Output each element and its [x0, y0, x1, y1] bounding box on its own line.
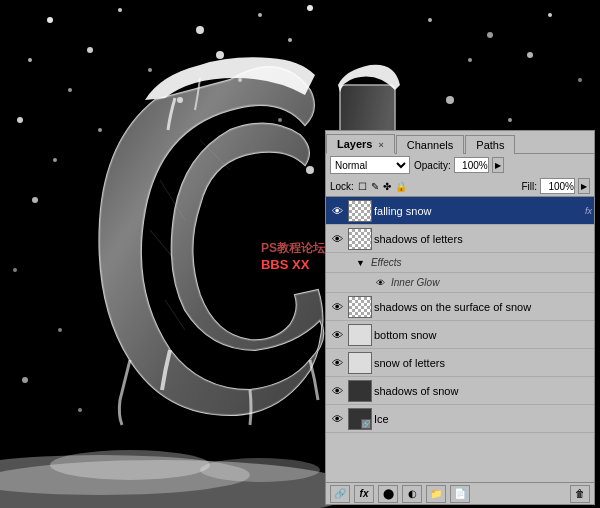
effects-group-item: ▼ Effects: [326, 253, 594, 273]
layer-name-ice: Ice: [374, 413, 592, 425]
eye-icon-snow-letters[interactable]: 👁: [328, 354, 346, 372]
fx-badge-falling-snow: fx: [585, 206, 592, 216]
svg-point-29: [53, 158, 57, 162]
svg-point-31: [22, 377, 28, 383]
layer-thumb-falling-snow: [348, 200, 372, 222]
layer-item-shadows-letters[interactable]: 👁 shadows of letters: [326, 225, 594, 253]
svg-point-27: [278, 118, 282, 122]
svg-point-30: [58, 328, 62, 332]
new-fill-btn[interactable]: ◐: [402, 485, 422, 503]
svg-point-35: [428, 18, 432, 22]
new-group-btn[interactable]: 📁: [426, 485, 446, 503]
new-layer-btn[interactable]: 📄: [450, 485, 470, 503]
eye-icon-falling-snow[interactable]: 👁: [328, 202, 346, 220]
tab-channels[interactable]: Channels: [396, 135, 464, 154]
layer-item-snow-letters[interactable]: 👁 snow of letters: [326, 349, 594, 377]
layer-thumb-snow-letters: [348, 352, 372, 374]
svg-point-41: [446, 96, 454, 104]
layer-thumb-shadows-letters: [348, 228, 372, 250]
watermark-text: PS教程论坛 BBS XX: [261, 240, 325, 272]
layer-name-bottom-snow: bottom snow: [374, 329, 592, 341]
layer-thumb-ice: 🔗: [348, 408, 372, 430]
svg-point-26: [32, 197, 38, 203]
svg-point-17: [87, 47, 93, 53]
lock-row: Lock: ☐ ✎ ✤ 🔒 Fill: ▶: [326, 176, 594, 197]
svg-point-9: [50, 450, 210, 480]
svg-point-32: [78, 408, 82, 412]
tab-close-icon[interactable]: ×: [379, 140, 384, 150]
layer-thumb-shadows-snow: [348, 380, 372, 402]
eye-icon-shadows-letters[interactable]: 👁: [328, 230, 346, 248]
svg-point-12: [118, 8, 122, 12]
layers-panel: Layers × Channels Paths Normal Dissolve …: [325, 130, 595, 505]
svg-point-15: [307, 5, 313, 11]
lock-position-icon[interactable]: ✤: [383, 181, 391, 192]
layer-name-shadows-snow: shadows of snow: [374, 385, 592, 397]
eye-icon-shadows-surface[interactable]: 👁: [328, 298, 346, 316]
opacity-input[interactable]: [454, 157, 489, 173]
svg-point-13: [196, 26, 204, 34]
fill-row: Fill: ▶: [521, 178, 590, 194]
lock-pixels-icon[interactable]: ✎: [371, 181, 379, 192]
svg-point-22: [177, 97, 183, 103]
panel-toolbar: 🔗 fx ⬤ ◐ 📁 📄 🗑: [326, 482, 594, 504]
opacity-row: Opacity: ▶: [414, 157, 504, 173]
svg-point-38: [468, 58, 472, 62]
svg-point-34: [13, 268, 17, 272]
add-style-btn[interactable]: fx: [354, 485, 374, 503]
layer-name-shadows-surface: shadows on the surface of snow: [374, 301, 592, 313]
svg-point-23: [238, 78, 242, 82]
svg-point-37: [548, 13, 552, 17]
svg-point-16: [28, 58, 32, 62]
svg-point-25: [98, 128, 102, 132]
layer-item-falling-snow[interactable]: 👁 falling snow fx: [326, 197, 594, 225]
layers-list[interactable]: 👁 falling snow fx 👁 shadows of letters ▼…: [326, 197, 594, 482]
lock-transparent-icon[interactable]: ☐: [358, 181, 367, 192]
eye-icon-bottom-snow[interactable]: 👁: [328, 326, 346, 344]
svg-point-36: [487, 32, 493, 38]
blend-mode-select[interactable]: Normal Dissolve Multiply Screen Overlay: [330, 156, 410, 174]
link-layers-btn[interactable]: 🔗: [330, 485, 350, 503]
layer-item-shadows-surface-snow[interactable]: 👁 shadows on the surface of snow: [326, 293, 594, 321]
fill-input[interactable]: [540, 178, 575, 194]
layer-item-ice[interactable]: 👁 🔗 Ice: [326, 405, 594, 433]
tab-paths[interactable]: Paths: [465, 135, 515, 154]
svg-point-24: [17, 117, 23, 123]
svg-point-20: [288, 38, 292, 42]
eye-icon-inner-glow[interactable]: 👁: [376, 278, 385, 288]
blend-opacity-row: Normal Dissolve Multiply Screen Overlay …: [326, 154, 594, 176]
layer-name-shadows-letters: shadows of letters: [374, 233, 592, 245]
opacity-arrow-btn[interactable]: ▶: [492, 157, 504, 173]
layer-name-snow-letters: snow of letters: [374, 357, 592, 369]
layer-item-shadows-snow[interactable]: 👁 shadows of snow: [326, 377, 594, 405]
layer-item-bottom-snow[interactable]: 👁 bottom snow: [326, 321, 594, 349]
svg-point-10: [200, 458, 320, 482]
svg-point-18: [148, 68, 152, 72]
svg-point-19: [216, 51, 224, 59]
svg-point-11: [47, 17, 53, 23]
fill-arrow-btn[interactable]: ▶: [578, 178, 590, 194]
effects-arrow-icon[interactable]: ▼: [356, 258, 365, 268]
lock-all-icon[interactable]: 🔒: [395, 181, 407, 192]
inner-glow-item: 👁 Inner Glow: [326, 273, 594, 293]
svg-point-40: [578, 78, 582, 82]
layer-thumb-shadows-surface: [348, 296, 372, 318]
add-mask-btn[interactable]: ⬤: [378, 485, 398, 503]
delete-layer-btn[interactable]: 🗑: [570, 485, 590, 503]
layer-name-falling-snow: falling snow: [374, 205, 581, 217]
svg-point-28: [306, 166, 314, 174]
svg-point-21: [68, 88, 72, 92]
layer-thumb-bottom-snow: [348, 324, 372, 346]
eye-icon-shadows-snow[interactable]: 👁: [328, 382, 346, 400]
panel-tabs: Layers × Channels Paths: [326, 131, 594, 154]
tab-layers[interactable]: Layers ×: [326, 134, 395, 154]
eye-icon-ice[interactable]: 👁: [328, 410, 346, 428]
layer-mask-icon: 🔗: [361, 419, 371, 429]
svg-point-39: [527, 52, 533, 58]
svg-point-42: [508, 118, 512, 122]
svg-point-14: [258, 13, 262, 17]
